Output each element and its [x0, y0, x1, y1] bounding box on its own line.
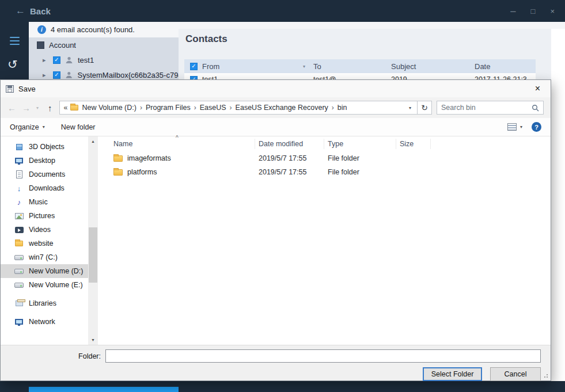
- maximize-icon[interactable]: □: [531, 7, 536, 16]
- user-icon: [65, 56, 73, 64]
- sidebar-item-win7-c[interactable]: win7 (C:): [1, 250, 88, 264]
- column-header-type[interactable]: Type: [324, 139, 396, 149]
- sidebar-item-desktop[interactable]: Desktop: [1, 154, 88, 168]
- downloads-icon: ↓: [14, 184, 24, 193]
- back-label: Back: [30, 6, 51, 16]
- breadcrumb[interactable]: « New Volume (D:) › Program Files › Ease…: [59, 101, 418, 115]
- column-label-from: From: [202, 62, 219, 71]
- nav-back-icon[interactable]: ←: [7, 103, 16, 113]
- sidebar-item-pictures[interactable]: Pictures: [1, 209, 88, 223]
- address-dropdown-icon[interactable]: ▾: [404, 105, 416, 111]
- chevron-down-icon: ▾: [43, 124, 45, 130]
- expander-icon[interactable]: ▸: [43, 56, 48, 64]
- breadcrumb-item[interactable]: Program Files: [142, 104, 194, 112]
- close-icon[interactable]: ×: [550, 7, 555, 16]
- mailbox-checkbox[interactable]: [53, 71, 60, 79]
- app-titlebar: ← Back ─ □ ×: [0, 0, 565, 22]
- view-mode-button[interactable]: ▾: [507, 123, 522, 131]
- sidebar-item-label: Downloads: [29, 184, 65, 192]
- tree-item-test1[interactable]: ▸ test1: [29, 52, 179, 67]
- sidebar-item-label: website: [29, 239, 53, 248]
- resize-grip[interactable]: [543, 372, 548, 378]
- sidebar-item-documents[interactable]: Documents: [1, 168, 88, 181]
- breadcrumb-item[interactable]: EaseUS: [196, 104, 230, 112]
- sidebar-item-label: 3D Objects: [29, 143, 65, 151]
- save-dialog-icon: [6, 85, 14, 93]
- sidebar-item-videos[interactable]: Videos: [1, 223, 88, 237]
- documents-icon: [16, 170, 22, 178]
- nav-forward-icon[interactable]: →: [22, 103, 31, 113]
- menu-icon[interactable]: [10, 37, 20, 47]
- libraries-icon: [16, 300, 23, 306]
- help-button[interactable]: ?: [532, 122, 541, 132]
- refresh-icon[interactable]: ↻: [418, 101, 432, 115]
- breadcrumb-item[interactable]: bin: [334, 104, 351, 112]
- sidebar-scrollbar[interactable]: ▲ ▼: [88, 136, 98, 345]
- chevron-down-icon: ▾: [520, 124, 522, 130]
- dialog-title: Save: [18, 85, 36, 93]
- sidebar-item-new-volume-d[interactable]: New Volume (D:): [1, 264, 88, 278]
- sidebar-item-downloads[interactable]: ↓ Downloads: [1, 181, 88, 195]
- column-header-from[interactable]: From ▾: [184, 62, 311, 71]
- filter-caret-icon[interactable]: ▾: [303, 64, 305, 69]
- column-header-size[interactable]: Size: [396, 139, 431, 149]
- sort-ascending-icon: ^: [176, 135, 179, 141]
- tree-item-account[interactable]: Account: [29, 37, 179, 52]
- dialog-body: 3D Objects Desktop Documents ↓ Downloads…: [1, 136, 551, 345]
- organize-button[interactable]: Organize ▾: [10, 123, 45, 131]
- scrollbar-thumb[interactable]: [89, 227, 97, 283]
- page-title: Contacts: [185, 33, 565, 45]
- select-all-checkbox[interactable]: [190, 63, 198, 70]
- minimize-icon[interactable]: ─: [510, 7, 515, 16]
- file-type: File folder: [324, 168, 396, 176]
- dialog-close-icon[interactable]: ×: [525, 80, 551, 97]
- file-row[interactable]: imageformats 2019/5/7 17:55 File folder: [98, 151, 551, 165]
- column-header-to[interactable]: To: [311, 62, 389, 71]
- scroll-up-icon[interactable]: ▲: [88, 136, 98, 146]
- column-header-date[interactable]: Date: [472, 62, 536, 71]
- back-button[interactable]: ← Back: [16, 5, 51, 17]
- column-header-date-modified[interactable]: Date modified: [255, 139, 324, 149]
- sidebar-item-website[interactable]: website: [1, 237, 88, 250]
- sidebar-item-network[interactable]: Network: [1, 315, 88, 329]
- user-icon: [65, 71, 73, 79]
- expander-icon[interactable]: ▸: [43, 71, 48, 79]
- sidebar-item-label: win7 (C:): [29, 253, 58, 261]
- file-row[interactable]: platforms 2019/5/7 17:55 File folder: [98, 165, 551, 179]
- nav-up-icon[interactable]: ↑: [48, 103, 52, 113]
- breadcrumb-overflow-icon[interactable]: «: [61, 104, 71, 112]
- sidebar-item-3d-objects[interactable]: 3D Objects: [1, 140, 88, 154]
- tree-label: test1: [78, 56, 94, 64]
- sidebar-item-label: Desktop: [29, 157, 55, 165]
- sidebar-item-music[interactable]: ♪ Music: [1, 195, 88, 209]
- search-icon: [532, 104, 543, 112]
- dialog-navbar: ← → ▾ ↑ « New Volume (D:) › Program File…: [1, 97, 551, 118]
- breadcrumb-item[interactable]: New Volume (D:): [78, 104, 139, 112]
- breadcrumb-item[interactable]: EaseUS Exchange Recovery: [232, 104, 332, 112]
- rescan-icon[interactable]: ↺: [7, 58, 18, 71]
- list-view-icon: [507, 123, 517, 131]
- folder-name-input[interactable]: [105, 349, 541, 363]
- info-text: 4 email account(s) found.: [51, 25, 135, 34]
- music-icon: ♪: [14, 198, 24, 207]
- new-folder-button[interactable]: New folder: [61, 123, 96, 131]
- sidebar-item-new-volume-e[interactable]: New Volume (E:): [1, 278, 88, 292]
- cancel-button[interactable]: Cancel: [490, 367, 541, 381]
- column-header-subject[interactable]: Subject: [389, 62, 472, 71]
- select-folder-button[interactable]: Select Folder: [423, 367, 482, 381]
- contacts-table-header: From ▾ To Subject Date: [184, 59, 536, 73]
- account-checkbox[interactable]: [37, 41, 44, 49]
- search-box: [437, 101, 544, 115]
- tree-label: Account: [49, 41, 76, 50]
- scroll-down-icon[interactable]: ▼: [88, 335, 98, 345]
- nav-history-caret-icon[interactable]: ▾: [36, 105, 39, 111]
- file-list: ^ Name Date modified Type Size imageform…: [98, 136, 551, 345]
- drive-icon: [14, 283, 24, 288]
- sidebar-item-libraries[interactable]: Libraries: [1, 296, 88, 310]
- info-icon: i: [37, 25, 46, 34]
- mailbox-checkbox[interactable]: [53, 56, 60, 64]
- search-input[interactable]: [437, 104, 532, 112]
- back-arrow-icon: ←: [16, 5, 25, 17]
- file-date-modified: 2019/5/7 17:55: [255, 154, 324, 162]
- progress-bar: [29, 387, 179, 392]
